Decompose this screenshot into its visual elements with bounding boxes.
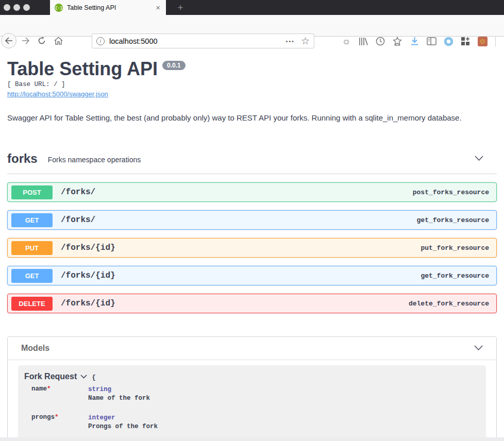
method-badge: PUT xyxy=(11,241,53,255)
page-bottom-strip xyxy=(0,437,504,441)
model-name: Fork Request xyxy=(24,372,77,381)
browser-tab[interactable]: {-} Table Setting API × xyxy=(50,0,166,15)
method-badge: GET xyxy=(11,213,53,227)
swagger-favicon-icon: {-} xyxy=(55,4,63,12)
operation-row[interactable]: GET /forks/ get_forks_resource xyxy=(7,210,497,230)
property-name: name xyxy=(31,385,47,393)
swagger-json-link[interactable]: http://localhost:5000/swagger.json xyxy=(7,90,108,98)
models-header[interactable]: Models xyxy=(8,337,496,360)
page-title: Table Setting API0.0.1 xyxy=(7,58,497,80)
operation-path: /forks/{id} xyxy=(61,271,115,280)
property-description: Prongs of the fork xyxy=(88,422,158,431)
model-title-row[interactable]: Fork Request { xyxy=(24,372,480,381)
window-close-button[interactable] xyxy=(4,4,10,11)
operation-row[interactable]: PUT /forks/{id} put_fork_resource xyxy=(7,238,497,258)
models-title: Models xyxy=(21,344,49,353)
model-property: prongs* integer Prongs of the fork xyxy=(31,414,480,431)
tab-title: Table Setting API xyxy=(67,4,155,11)
operation-path: /forks/ xyxy=(61,215,95,225)
chevron-down-icon[interactable] xyxy=(474,344,483,353)
forks-section-header[interactable]: forks Forks namespace operations xyxy=(7,151,497,166)
method-badge: DELETE xyxy=(11,297,53,311)
property-type: string xyxy=(88,385,150,394)
swagger-page: Table Setting API0.0.1 [ Base URL: / ] h… xyxy=(0,37,504,441)
browser-toolbar: i localhost:5000 ••• ☆ ☼ ⚙ xyxy=(0,15,504,37)
models-section: Models Fork Request { name* string Name … xyxy=(7,336,497,441)
operation-row[interactable]: DELETE /forks/{id} delete_fork_resource xyxy=(7,294,497,313)
required-star: * xyxy=(55,414,59,421)
property-description: Name of the fork xyxy=(88,394,150,403)
chevron-down-icon[interactable] xyxy=(475,154,483,163)
section-divider xyxy=(7,174,497,174)
operation-row[interactable]: GET /forks/{id} get_fork_resource xyxy=(7,266,497,285)
operation-row[interactable]: POST /forks/ post_forks_resource xyxy=(7,182,497,202)
operation-path: /forks/{id} xyxy=(61,243,115,252)
method-badge: POST xyxy=(11,185,53,199)
chevron-down-icon[interactable] xyxy=(80,375,87,379)
model-property: name* string Name of the fork xyxy=(31,385,480,403)
operation-path: /forks/ xyxy=(61,188,95,197)
window-zoom-button[interactable] xyxy=(23,4,30,11)
section-description: Forks namespace operations xyxy=(48,156,141,164)
operation-id: get_forks_resource xyxy=(417,216,489,224)
operation-id: delete_fork_resource xyxy=(409,300,489,308)
model-panel: Fork Request { name* string Name of the … xyxy=(18,365,486,441)
required-star: * xyxy=(47,385,51,393)
api-description: Swagger API for Table Setting, the best … xyxy=(7,113,497,122)
operation-id: post_forks_resource xyxy=(413,189,489,196)
base-url: [ Base URL: / ] xyxy=(7,81,497,88)
window-minimize-button[interactable] xyxy=(13,4,20,11)
new-tab-button[interactable]: + xyxy=(172,0,189,15)
api-info: Table Setting API0.0.1 [ Base URL: / ] h… xyxy=(7,58,497,122)
property-name: prongs xyxy=(31,414,55,421)
property-type: integer xyxy=(88,414,158,422)
tab-close-icon[interactable]: × xyxy=(155,4,161,11)
browser-tab-bar: {-} Table Setting API × + xyxy=(0,0,504,15)
version-badge: 0.0.1 xyxy=(162,61,186,70)
section-name: forks xyxy=(7,151,38,166)
operation-id: get_fork_resource xyxy=(421,272,489,280)
open-brace: { xyxy=(92,374,96,381)
operation-id: put_fork_resource xyxy=(421,244,489,252)
operation-path: /forks/{id} xyxy=(61,299,115,308)
method-badge: GET xyxy=(11,269,53,283)
window-controls xyxy=(4,4,30,11)
